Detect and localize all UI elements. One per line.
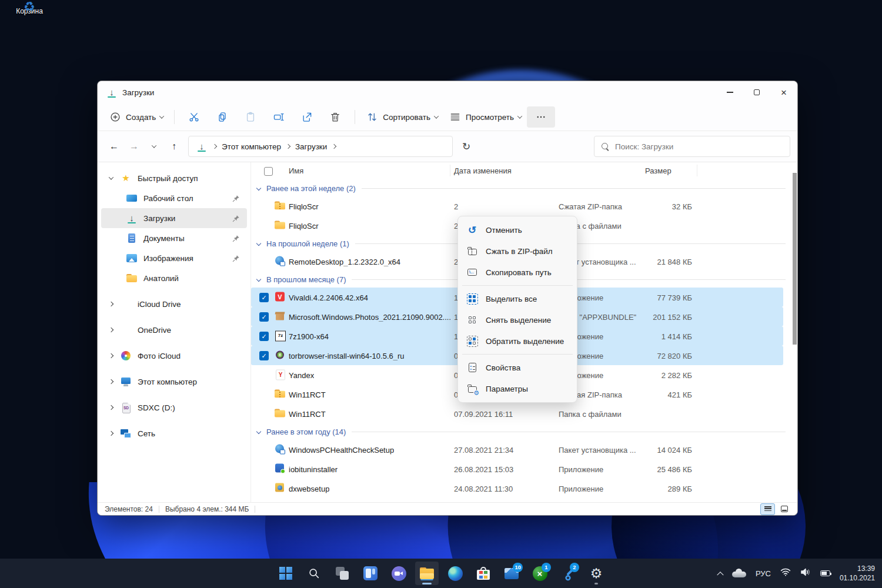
share-button[interactable] [293, 106, 321, 128]
chevron-right-icon[interactable] [105, 302, 118, 306]
volume-icon[interactable] [800, 568, 811, 579]
taskbar-task-view-button[interactable] [330, 562, 354, 585]
menu-item-5[interactable]: Снять выделение [461, 309, 574, 330]
menu-item-6[interactable]: Обратить выделение [461, 330, 574, 352]
file-row[interactable]: iobituninstaller26.08.2021 15:03Приложен… [251, 459, 783, 479]
menu-item-label: Отменить [486, 226, 522, 235]
delete-button[interactable] [321, 106, 349, 128]
language-indicator[interactable]: РУС [756, 569, 771, 578]
recycle-bin-desktop-icon[interactable]: Корзина [5, 5, 54, 15]
breadcrumb[interactable]: Этот компьютер Загрузки [188, 136, 453, 157]
checkbox-checked[interactable]: ✓ [259, 351, 269, 360]
chevron-down-icon[interactable] [105, 176, 118, 180]
onedrive-icon [120, 324, 132, 336]
taskbar-store-button[interactable] [472, 562, 495, 585]
sidebar-item-5[interactable]: Анатолий [101, 268, 247, 288]
rename-icon [272, 111, 285, 123]
battery-icon[interactable] [820, 570, 830, 576]
back-button[interactable]: ← [105, 137, 123, 156]
menu-item-1[interactable]: Сжать в ZIP-файл [461, 240, 574, 262]
sort-button[interactable]: Сортировать [360, 106, 443, 128]
sidebar-item-9[interactable]: Этот компьютер [101, 372, 247, 392]
group-header[interactable]: Ранее в этом году (14) [251, 423, 797, 440]
column-header-date[interactable]: Дата изменения [454, 166, 512, 175]
widgets-icon [363, 566, 377, 580]
file-explorer-icon [419, 566, 435, 580]
file-row[interactable]: Win11RCT07.09.2021 16:11Папка с файлами [251, 404, 783, 423]
sidebar-item-3[interactable]: Документы [101, 228, 247, 248]
file-size: 2 282 КБ [662, 370, 692, 379]
menu-item-0[interactable]: ↺Отменить [461, 219, 574, 240]
taskbar-key-app-button[interactable]: 2 [556, 562, 580, 585]
sidebar-item-0[interactable]: ★Быстрый доступ [101, 168, 247, 188]
sidebar-item-2[interactable]: Загрузки [101, 208, 247, 228]
taskbar-search-button[interactable] [302, 562, 326, 585]
file-row[interactable]: WindowsPCHealthCheckSetup27.08.2021 21:3… [251, 440, 783, 459]
select-all-checkbox[interactable] [264, 167, 273, 176]
chevron-right-icon[interactable] [105, 354, 118, 358]
vertical-scrollbar[interactable] [793, 173, 797, 345]
tray-chevron-up-icon[interactable] [717, 572, 723, 578]
details-view-button[interactable] [760, 503, 775, 515]
checkbox-checked[interactable]: ✓ [259, 332, 269, 341]
chevron-down-icon [434, 113, 439, 118]
close-button[interactable]: × [770, 81, 797, 103]
sidebar-item-6[interactable]: iCloud Drive [101, 294, 247, 314]
taskbar-edge-button[interactable] [443, 562, 467, 585]
taskbar-settings-button[interactable]: ⚙ [584, 562, 608, 585]
file-row[interactable]: FliqloScr2Сжатая ZIP-папка32 КБ [251, 196, 783, 216]
menu-item-2[interactable]: \..Скопировать путь [461, 262, 574, 283]
checkbox-checked[interactable]: ✓ [259, 293, 269, 302]
search-input[interactable] [615, 142, 783, 151]
column-header-size[interactable]: Размер [645, 166, 671, 175]
checkbox-checked[interactable]: ✓ [259, 312, 269, 322]
taskbar-chat-button[interactable] [387, 562, 410, 585]
copy-button[interactable] [208, 106, 236, 128]
edge-icon [448, 566, 463, 581]
taskbar-start-button[interactable] [274, 562, 298, 585]
recent-locations-button[interactable] [145, 137, 163, 156]
file-row[interactable]: dxwebsetup24.08.2021 11:30Приложение289 … [251, 479, 783, 498]
large-icons-view-button[interactable] [777, 503, 791, 515]
forward-button[interactable]: → [125, 137, 143, 156]
sidebar-item-4[interactable]: Изображения [101, 248, 247, 268]
taskbar-widgets-button[interactable] [359, 562, 382, 585]
breadcrumb-downloads[interactable]: Загрузки [295, 142, 327, 151]
sidebar-item-10[interactable]: SDXC (D:) [101, 397, 247, 417]
breadcrumb-this-pc[interactable]: Этот компьютер [222, 142, 281, 151]
wifi-icon[interactable] [780, 568, 791, 579]
refresh-button[interactable]: ↻ [456, 137, 476, 156]
taskbar-file-explorer-button[interactable] [415, 562, 439, 585]
sort-arrows-icon [366, 111, 379, 123]
search-box[interactable] [594, 136, 790, 157]
chevron-right-icon[interactable] [105, 432, 118, 435]
chevron-right-icon[interactable] [105, 406, 118, 409]
column-header-name[interactable]: Имя [289, 166, 303, 175]
maximize-button[interactable] [743, 81, 770, 103]
title-bar[interactable]: Загрузки × [98, 81, 797, 103]
group-header[interactable]: Ранее на этой неделе (2) [251, 180, 797, 196]
view-button[interactable]: Просмотреть [443, 106, 527, 128]
rename-button[interactable] [265, 106, 293, 128]
share-icon [300, 111, 313, 123]
chevron-right-icon[interactable] [105, 328, 118, 332]
chevron-right-icon[interactable] [105, 380, 118, 383]
menu-item-9[interactable]: ⚙Параметры [461, 378, 574, 399]
see-more-button[interactable] [527, 106, 555, 128]
sidebar-item-1[interactable]: Рабочий стол [101, 188, 247, 208]
paste-button[interactable] [236, 106, 265, 128]
onedrive-tray-icon[interactable] [732, 568, 746, 579]
new-button[interactable]: Создать [103, 106, 169, 128]
minimize-button[interactable] [716, 81, 743, 103]
taskbar-mail-button[interactable]: 10 [500, 562, 523, 585]
up-button[interactable]: ↑ [165, 137, 183, 156]
sidebar-item-8[interactable]: Фото iCloud [101, 346, 247, 366]
cut-button[interactable] [180, 106, 208, 128]
file-icon-slot [274, 482, 286, 495]
sidebar-item-7[interactable]: OneDrive [101, 320, 247, 340]
sidebar-item-11[interactable]: Сеть [101, 423, 247, 443]
menu-item-8[interactable]: Свойства [461, 357, 574, 378]
menu-item-4[interactable]: Выделить все [461, 288, 574, 309]
clock[interactable]: 13:39 01.10.2021 [840, 564, 875, 583]
taskbar-xbox-button[interactable]: ×1 [528, 562, 552, 585]
